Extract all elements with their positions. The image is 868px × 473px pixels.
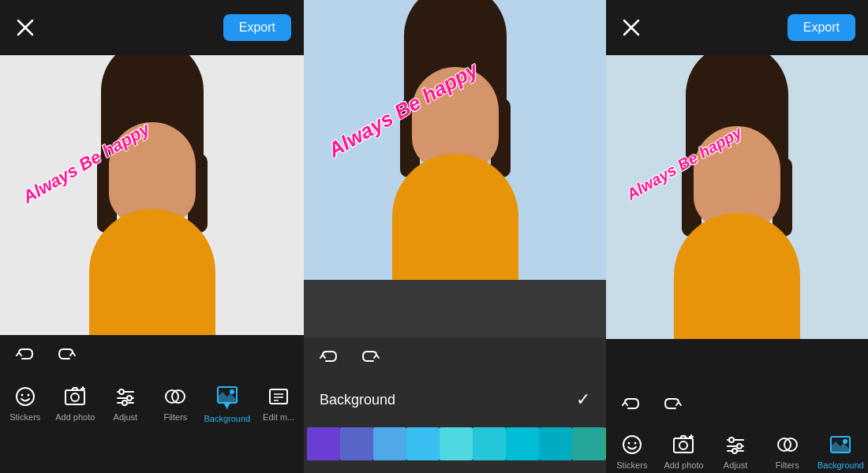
- svg-rect-5: [65, 390, 84, 404]
- canvas-2: Always Be happy: [304, 0, 606, 280]
- top-bar-3: Export: [606, 0, 868, 55]
- toolbar-filters-3[interactable]: Filters: [765, 432, 809, 470]
- svg-point-41: [843, 439, 847, 444]
- svg-point-25: [623, 436, 641, 453]
- toolbar-add-photo-3[interactable]: Add photo: [662, 432, 705, 470]
- adjust-label-3: Adjust: [724, 460, 748, 470]
- panel-2: Always Be happy: [304, 0, 606, 473]
- color-purple[interactable]: [307, 427, 340, 460]
- filters-label-3: Filters: [776, 460, 799, 470]
- edit-more-label-1: Edit m...: [263, 412, 294, 422]
- color-teal-dark[interactable]: [572, 427, 605, 460]
- toolbar-add-photo-1[interactable]: Add photo: [54, 384, 97, 422]
- adjust-label-1: Adjust: [114, 412, 138, 422]
- toolbar-items-1: Stickers Add photo: [0, 376, 304, 426]
- undo-button-1[interactable]: [13, 343, 38, 368]
- background-label-3: Background: [817, 460, 864, 470]
- svg-point-2: [17, 388, 34, 405]
- export-button-1[interactable]: Export: [223, 14, 291, 41]
- undo-redo-1: [0, 335, 304, 376]
- color-cyan[interactable]: [506, 427, 539, 460]
- redo-button-3[interactable]: [660, 393, 685, 418]
- bg-panel: Background ✓: [304, 337, 606, 473]
- photo-bg-1: Always Be happy: [0, 55, 304, 335]
- toolbar-adjust-3[interactable]: Adjust: [714, 432, 758, 470]
- svg-point-27: [634, 442, 636, 445]
- svg-point-29: [679, 441, 687, 449]
- toolbar-adjust-1[interactable]: Adjust: [103, 384, 147, 422]
- background-label-1: Background: [204, 414, 250, 423]
- person-body-3: [674, 213, 800, 339]
- svg-point-26: [627, 442, 630, 445]
- export-button-3[interactable]: Export: [788, 14, 855, 41]
- add-photo-icon-1: [62, 384, 88, 409]
- svg-rect-28: [674, 438, 693, 453]
- canvas-3: Always Be happy: [606, 55, 868, 339]
- add-photo-label-1: Add photo: [55, 412, 95, 422]
- add-photo-label-3: Add photo: [664, 460, 703, 470]
- app-container: Export Always Be happy: [0, 0, 868, 473]
- svg-point-4: [27, 394, 29, 397]
- filters-icon-1: [163, 384, 188, 409]
- person-body-1: [89, 209, 215, 335]
- sticker-icon-3: [619, 432, 645, 457]
- bg-panel-header: Background ✓: [304, 378, 606, 421]
- adjust-icon-3: [723, 432, 748, 457]
- close-button-3[interactable]: [619, 15, 644, 40]
- svg-point-18: [230, 389, 234, 394]
- undo-button-3[interactable]: [619, 393, 644, 418]
- panel-1: Export Always Be happy: [0, 0, 304, 473]
- panel-3-toolbar: Stickers Add photo: [606, 385, 868, 473]
- svg-point-10: [119, 389, 124, 394]
- svg-point-6: [71, 393, 79, 401]
- canvas-1: Always Be happy: [0, 55, 304, 335]
- svg-rect-19: [270, 389, 287, 404]
- photo-bg-3: Always Be happy: [606, 55, 868, 339]
- svg-point-12: [127, 396, 132, 400]
- background-icon-3: [828, 432, 853, 457]
- stickers-label-1: Stickers: [9, 412, 40, 422]
- undo-redo-3: [606, 385, 868, 426]
- bottom-toolbar-1: Stickers Add photo: [0, 335, 304, 473]
- toolbar-background-1[interactable]: ▼ Background: [204, 382, 250, 423]
- person-body-2: [392, 154, 518, 280]
- toolbar-background-3[interactable]: Background: [817, 432, 864, 470]
- color-teal-light[interactable]: [473, 427, 506, 460]
- close-button-1[interactable]: [13, 15, 38, 40]
- add-photo-icon-3: [671, 432, 696, 457]
- redo-button-1[interactable]: [54, 343, 79, 368]
- top-bar-1: Export: [0, 0, 304, 55]
- color-strip: [304, 421, 606, 473]
- svg-point-3: [21, 394, 23, 397]
- confirm-button[interactable]: ✓: [576, 389, 590, 410]
- color-blue-light[interactable]: [373, 427, 406, 460]
- undo-redo-2: [304, 337, 606, 378]
- color-indigo[interactable]: [340, 427, 373, 460]
- color-teal[interactable]: [539, 427, 572, 460]
- edit-more-icon-1: [266, 384, 291, 409]
- panel-3: Export Always Be happy: [606, 0, 868, 473]
- sticker-icon-1: [13, 384, 38, 409]
- adjust-icon-1: [113, 384, 138, 409]
- color-sky[interactable]: [406, 427, 440, 460]
- svg-point-33: [729, 438, 734, 442]
- redo-button-2[interactable]: [357, 345, 383, 371]
- filters-label-1: Filters: [163, 412, 187, 422]
- toolbar-filters-1[interactable]: Filters: [154, 384, 197, 422]
- photo-bg-2: Always Be happy: [304, 0, 606, 280]
- undo-button-2[interactable]: [316, 345, 342, 371]
- active-indicator-1: ▼: [221, 395, 234, 412]
- bg-panel-title: Background: [320, 392, 395, 408]
- svg-point-35: [737, 444, 742, 449]
- toolbar-edit-more-1[interactable]: Edit m...: [257, 384, 301, 422]
- svg-point-37: [732, 449, 737, 453]
- toolbar-items-3: Stickers Add photo: [606, 426, 868, 473]
- stickers-label-3: Stickers: [616, 460, 647, 470]
- toolbar-stickers-3[interactable]: Stickers: [610, 432, 653, 470]
- filters-icon-3: [775, 432, 800, 457]
- toolbar-stickers-1[interactable]: Stickers: [3, 384, 47, 422]
- color-cyan-light[interactable]: [440, 427, 473, 460]
- svg-point-14: [122, 400, 127, 405]
